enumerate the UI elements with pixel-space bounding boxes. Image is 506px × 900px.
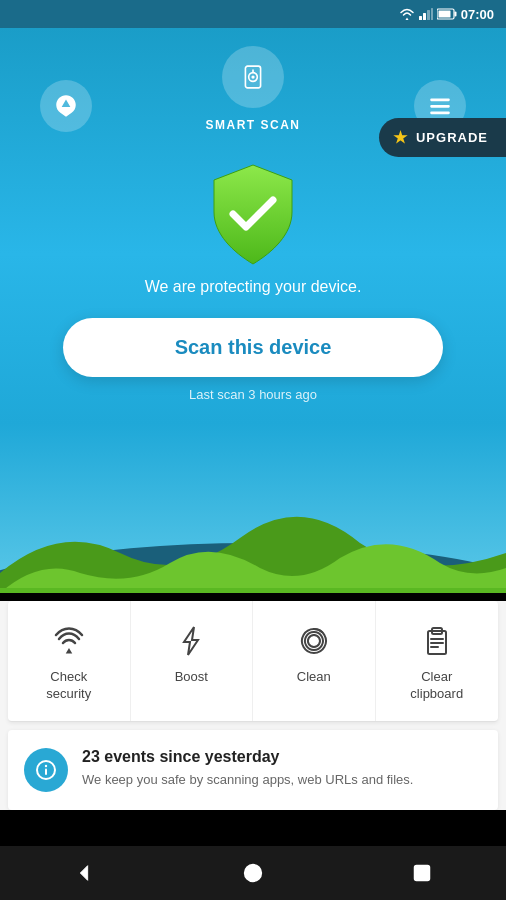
svg-rect-3 — [431, 8, 433, 20]
clear-clipboard-label: Clearclipboard — [410, 669, 463, 703]
clean-label: Clean — [297, 669, 331, 686]
recents-button[interactable] — [391, 852, 453, 894]
smart-scan-container: SMART SCAN — [206, 46, 301, 132]
svg-marker-24 — [81, 866, 88, 881]
wifi-status-icon — [399, 8, 415, 20]
quick-actions-grid: Checksecurity Boost Clean — [8, 601, 498, 722]
spiral-icon — [297, 624, 331, 658]
svg-point-25 — [245, 865, 262, 882]
protection-text: We are protecting your device. — [145, 278, 362, 296]
events-title: 23 events since yesterday — [82, 748, 413, 766]
back-button[interactable] — [53, 852, 115, 894]
main-background: SMART SCAN ★ UPGRADE — [0, 28, 506, 593]
menu-icon — [427, 93, 453, 119]
smart-scan-button[interactable] — [222, 46, 284, 108]
svg-rect-1 — [423, 13, 426, 20]
clipboard-icon — [420, 624, 454, 658]
boost-action[interactable]: Boost — [131, 601, 254, 721]
bottom-section: Checksecurity Boost Clean — [0, 601, 506, 810]
upgrade-label: UPGRADE — [416, 130, 488, 145]
shield-container: We are protecting your device. — [0, 162, 506, 296]
events-card[interactable]: 23 events since yesterday We keep you sa… — [8, 730, 498, 810]
check-security-action[interactable]: Checksecurity — [8, 601, 131, 721]
events-icon-circle — [24, 748, 68, 792]
svg-rect-12 — [430, 105, 450, 108]
svg-rect-6 — [438, 11, 450, 18]
smart-scan-label: SMART SCAN — [206, 118, 301, 132]
check-security-label: Checksecurity — [46, 669, 91, 703]
battery-icon — [437, 8, 457, 20]
status-time: 07:00 — [461, 7, 494, 22]
home-icon — [242, 862, 264, 884]
svg-rect-15 — [0, 588, 506, 593]
upgrade-button[interactable]: ★ UPGRADE — [379, 118, 506, 157]
smart-scan-icon — [240, 64, 266, 90]
svg-rect-11 — [430, 98, 450, 101]
home-button[interactable] — [222, 852, 284, 894]
events-description: We keep you safe by scanning apps, web U… — [82, 771, 413, 789]
svg-rect-26 — [414, 866, 429, 881]
clean-icon — [296, 623, 332, 659]
clean-action[interactable]: Clean — [253, 601, 376, 721]
top-nav: SMART SCAN — [0, 28, 506, 132]
avast-icon-button[interactable] — [40, 80, 92, 132]
status-icons: 07:00 — [399, 7, 494, 22]
avast-logo-icon — [53, 93, 79, 119]
boost-label: Boost — [175, 669, 208, 686]
shield-svg — [208, 162, 298, 267]
svg-rect-0 — [419, 16, 422, 20]
info-icon — [35, 759, 57, 781]
bolt-icon — [174, 624, 208, 658]
svg-point-10 — [251, 75, 254, 78]
svg-rect-22 — [45, 768, 47, 775]
signal-icon — [419, 8, 433, 20]
wifi-icon — [52, 624, 86, 658]
svg-point-23 — [45, 765, 47, 767]
boost-icon — [173, 623, 209, 659]
clear-clipboard-icon — [419, 623, 455, 659]
recents-icon — [411, 862, 433, 884]
android-nav-bar — [0, 846, 506, 900]
scan-btn-container: Scan this device Last scan 3 hours ago — [0, 318, 506, 402]
scan-button[interactable]: Scan this device — [63, 318, 443, 377]
svg-rect-5 — [454, 12, 456, 17]
status-bar: 07:00 — [0, 0, 506, 28]
svg-rect-13 — [430, 111, 450, 114]
upgrade-star-icon: ★ — [393, 128, 408, 147]
check-security-icon — [51, 623, 87, 659]
clear-clipboard-action[interactable]: Clearclipboard — [376, 601, 499, 721]
landscape-hills — [0, 493, 506, 593]
events-text: 23 events since yesterday We keep you sa… — [82, 748, 413, 789]
last-scan-text: Last scan 3 hours ago — [189, 387, 317, 402]
back-icon — [73, 862, 95, 884]
shield-icon — [208, 162, 298, 262]
svg-rect-2 — [427, 10, 430, 20]
